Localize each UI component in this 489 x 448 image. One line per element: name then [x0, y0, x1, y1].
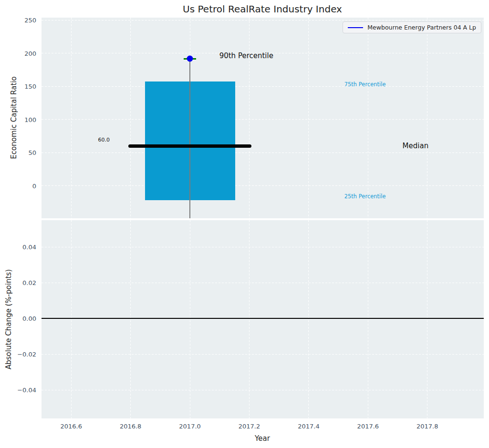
gridline [42, 86, 484, 87]
legend-line-sample [348, 27, 363, 28]
annotation-median: Median [403, 142, 429, 150]
y-tick-label: 150 [3, 83, 36, 90]
gridline [368, 18, 368, 218]
zero-reference-line [42, 318, 484, 319]
y-tick-label: −0.04 [3, 387, 36, 394]
y-tick-label: −0.02 [3, 351, 36, 358]
boxplot-whisker [189, 59, 190, 218]
y-tick-label: 0.00 [3, 315, 36, 322]
company-marker-dot [187, 56, 193, 62]
x-tick-label: 2017.2 [239, 423, 260, 430]
annotation-90th-percentile: 90th Percentile [219, 51, 273, 60]
gridline [249, 220, 250, 418]
y-tick-label: 250 [3, 17, 36, 24]
legend-label: Mewbourne Energy Partners 04 A Lp [367, 24, 476, 31]
chart-figure: Us Petrol RealRate Industry Index Econom… [0, 0, 489, 448]
top-subplot: Mewbourne Energy Partners 04 A Lp 60.090… [42, 18, 484, 218]
gridline [249, 18, 250, 218]
gridline [42, 283, 484, 283]
x-tick-label: 2016.8 [120, 423, 142, 430]
gridline [42, 354, 484, 355]
gridline [368, 220, 368, 418]
gridline [42, 390, 484, 390]
y-tick-label: 0.04 [3, 244, 36, 251]
annotation-75th-percentile: 75th Percentile [344, 81, 386, 88]
gridline [190, 220, 190, 418]
gridline [42, 119, 484, 120]
legend: Mewbourne Energy Partners 04 A Lp [343, 21, 481, 33]
x-tick-label: 2017.8 [416, 423, 438, 430]
gridline [130, 220, 131, 418]
chart-title: Us Petrol RealRate Industry Index [183, 3, 342, 15]
gridline [42, 247, 484, 247]
annotation-60-0: 60.0 [98, 136, 110, 143]
gridline [71, 220, 72, 418]
gridline [427, 220, 427, 418]
gridline [427, 18, 427, 218]
x-tick-label: 2017.0 [179, 423, 201, 430]
y-tick-label: 0 [3, 182, 36, 189]
y-tick-label: 100 [3, 116, 36, 123]
y-tick-label: 200 [3, 50, 36, 57]
gridline [308, 220, 309, 418]
x-axis-label: Year [255, 434, 270, 443]
gridline [308, 18, 309, 218]
gridline [42, 185, 484, 186]
y-tick-label: 0.02 [3, 279, 36, 286]
bottom-subplot [42, 220, 484, 418]
x-tick-label: 2017.6 [357, 423, 379, 430]
gridline [130, 18, 131, 218]
x-tick-label: 2016.6 [60, 423, 82, 430]
annotation-25th-percentile: 25th Percentile [344, 193, 386, 200]
boxplot-median-line [128, 144, 251, 148]
gridline [42, 20, 484, 20]
gridline [42, 153, 484, 153]
y-tick-label: 50 [3, 149, 36, 156]
gridline [71, 18, 72, 218]
x-tick-label: 2017.4 [298, 423, 320, 430]
